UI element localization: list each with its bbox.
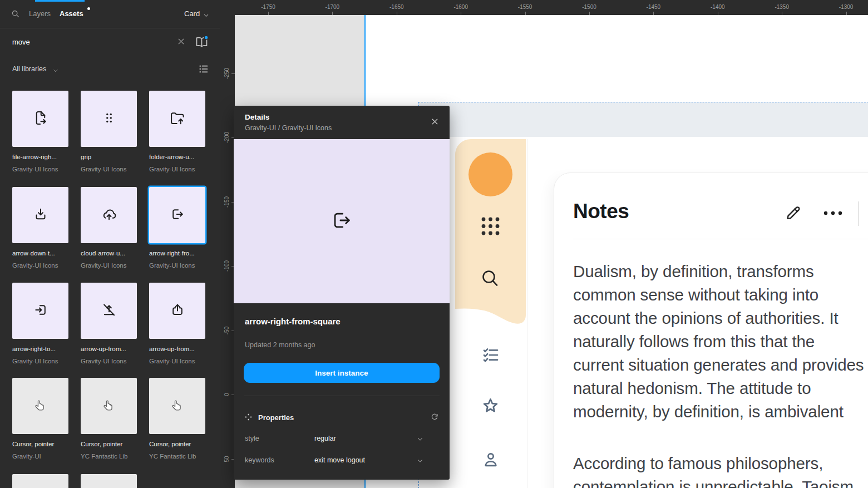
updated-timestamp: Updated 2 months ago xyxy=(245,341,315,349)
arrow-down-to-bracket-icon xyxy=(32,206,49,225)
asset-library: Gravity-UI Icons xyxy=(12,358,58,364)
breadcrumb: Gravity-UI / Gravity-UI Icons xyxy=(245,124,332,132)
checklist-icon[interactable] xyxy=(481,345,501,367)
v-ruler-label: -150 xyxy=(224,190,230,214)
header-vertical-divider xyxy=(858,201,859,226)
asset-tile[interactable] xyxy=(81,474,137,488)
asset-library: Gravity-UI Icons xyxy=(149,166,195,172)
asset-tile-folder-arrow-u-[interactable] xyxy=(149,91,205,147)
cursor-pointer-icon xyxy=(170,398,185,415)
h-ruler-label: -1350 xyxy=(765,4,798,10)
asset-name: arrow-right-fro... xyxy=(149,250,195,257)
h-ruler-tick xyxy=(589,12,590,15)
chevron-down-icon[interactable] xyxy=(52,66,59,76)
asset-name: arrow-up-from... xyxy=(81,346,126,352)
note-text-line: modernity, by definition, is ambivalent xyxy=(573,400,864,423)
libraries-filter-dropdown[interactable]: All libraries xyxy=(12,65,46,73)
chevron-down-icon[interactable] xyxy=(416,435,424,445)
notes-header-divider xyxy=(573,239,868,239)
h-ruler-tick xyxy=(718,12,718,15)
chevron-down-icon[interactable] xyxy=(416,457,424,467)
asset-library: Gravity-UI Icons xyxy=(81,166,126,172)
grid-dots-icon[interactable] xyxy=(480,215,501,239)
avatar[interactable] xyxy=(468,152,512,196)
asset-tile[interactable] xyxy=(12,474,68,488)
asset-library: YC Fantastic Lib xyxy=(149,453,196,460)
note-text-line: common sense without taking into xyxy=(573,283,864,307)
refresh-icon[interactable] xyxy=(430,412,440,424)
h-ruler-label: -1400 xyxy=(701,4,734,10)
asset-name: arrow-up-from... xyxy=(149,346,195,352)
asset-library: Gravity-UI Icons xyxy=(81,358,126,364)
folder-arrow-up-icon xyxy=(169,110,186,129)
h-ruler-label: -1600 xyxy=(444,4,477,10)
h-ruler-label: -1750 xyxy=(251,4,285,10)
asset-tile-cloud-arrow-u-[interactable] xyxy=(81,187,137,243)
cursor-pointer-icon xyxy=(102,398,116,415)
details-panel-title: Details xyxy=(245,113,269,121)
file-arrow-right-icon xyxy=(32,110,49,129)
close-icon[interactable] xyxy=(430,117,440,129)
property-value-style[interactable]: regular xyxy=(314,435,336,442)
note-text-line: current situation generates and provides xyxy=(573,353,864,377)
search-input[interactable]: move xyxy=(12,38,30,46)
note-text-line: account the opinions of authorities. It xyxy=(573,307,864,330)
properties-heading: Properties xyxy=(258,413,294,422)
property-label-style: style xyxy=(245,435,259,442)
h-ruler-tick xyxy=(525,12,526,15)
h-ruler-label: -1500 xyxy=(573,4,606,10)
asset-tile-grip[interactable] xyxy=(81,91,137,147)
property-value-keywords[interactable]: exit move logout xyxy=(314,456,365,464)
h-ruler-label: -1550 xyxy=(509,4,542,10)
asset-tile-arrow-right-fro-[interactable] xyxy=(149,187,205,243)
divider xyxy=(244,396,440,396)
search-icon[interactable] xyxy=(11,9,21,21)
arrow-right-from-square-icon xyxy=(169,206,186,225)
v-ruler-label: -100 xyxy=(224,254,230,278)
v-ruler-label: 50 xyxy=(224,447,230,471)
list-view-toggle-icon[interactable] xyxy=(197,62,210,78)
arrow-up-from-square-icon xyxy=(169,302,186,321)
tab-layers[interactable]: Layers xyxy=(29,9,51,18)
arrow-right-to-square-icon xyxy=(32,302,49,321)
v-ruler-tick xyxy=(231,73,235,74)
asset-name: Cursor, pointer xyxy=(81,441,122,447)
asset-tile-cursor-pointer[interactable] xyxy=(149,378,205,434)
asset-library: Gravity-UI Icons xyxy=(149,358,195,364)
horizontal-ruler: -1750-1700-1650-1600-1550-1500-1450-1400… xyxy=(220,0,868,15)
asset-tile-cursor-pointer[interactable] xyxy=(81,378,137,434)
asset-tile-arrow-up-from-[interactable] xyxy=(81,283,137,339)
chevron-down-icon[interactable] xyxy=(203,11,210,21)
asset-tile-arrow-right-to-[interactable] xyxy=(12,283,68,339)
library-book-icon[interactable] xyxy=(194,34,209,52)
asset-tile-cursor-pointer[interactable] xyxy=(12,378,68,434)
asset-tile-file-arrow-righ-[interactable] xyxy=(12,91,68,147)
h-ruler-tick xyxy=(332,12,333,15)
asset-library: Gravity-UI Icons xyxy=(12,262,58,269)
search-icon[interactable] xyxy=(480,268,501,291)
h-ruler-label: -1650 xyxy=(380,4,413,10)
pencil-icon[interactable] xyxy=(783,204,802,225)
tab-assets[interactable]: Assets xyxy=(60,9,83,18)
v-ruler-label: -200 xyxy=(224,125,230,150)
asset-name: file-arrow-righ... xyxy=(12,154,57,160)
person-icon[interactable] xyxy=(481,450,501,472)
arrow-right-from-square-icon xyxy=(329,208,354,235)
card-dropdown[interactable]: Card xyxy=(184,9,200,18)
clear-search-icon[interactable] xyxy=(176,37,186,48)
assets-panel: Layers Assets Card move All libraries fi… xyxy=(0,0,220,488)
arrow-up-from-line-slash-icon xyxy=(101,302,117,321)
star-icon[interactable] xyxy=(480,396,501,418)
asset-tile-arrow-down-t-[interactable] xyxy=(12,187,68,243)
h-ruler-tick xyxy=(846,12,847,15)
asset-name: grip xyxy=(81,154,91,160)
more-options-icon[interactable] xyxy=(821,209,845,219)
asset-tile-arrow-up-from-[interactable] xyxy=(149,283,205,339)
note-text-line: Dualism, by definition, transforms xyxy=(573,260,864,283)
asset-name: Cursor, pointer xyxy=(12,441,54,447)
component-preview xyxy=(234,139,450,303)
insert-instance-button[interactable]: Insert instance xyxy=(244,363,440,383)
h-ruler-label: -1300 xyxy=(830,4,863,10)
notes-paragraph: According to famous philosophers,contemp… xyxy=(573,452,854,488)
notes-paragraph: Dualism, by definition, transformscommon… xyxy=(573,260,864,423)
